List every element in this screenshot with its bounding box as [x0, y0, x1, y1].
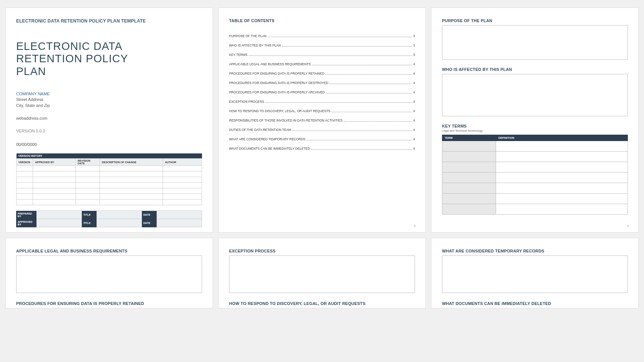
content-box — [16, 308, 202, 308]
version-label: VERSION 0.0.0 — [16, 129, 202, 133]
section-title: WHAT DOCUMENTS CAN BE IMMEDIATELY DELETE… — [442, 301, 628, 306]
toc-row: PROCEDURES FOR ENSURING DATA IS PROPERLY… — [229, 90, 415, 94]
toc-row: PROCEDURES FOR ENSURING DATA IS PROPERLY… — [229, 81, 415, 85]
toc-label: PROCEDURES FOR ENSURING DATA IS PROPERLY… — [229, 81, 328, 85]
date-label: 00/00/0000 — [16, 142, 202, 147]
content-box — [442, 25, 628, 60]
toc-dots — [344, 121, 412, 122]
page-number: 3 — [627, 224, 629, 228]
toc-page: 4 — [413, 90, 415, 94]
toc-dots — [306, 140, 412, 140]
table-of-contents: PURPOSE OF THE PLAN3WHO IS AFFECTED BY T… — [229, 34, 415, 150]
toc-page: 4 — [413, 72, 415, 75]
vh-header: AUTHOR — [163, 159, 202, 166]
toc-label: HOW TO RESPOND TO DISCOVERY, LEGAL, OR A… — [229, 109, 330, 113]
page-3: PURPOSE OF THE PLAN WHO IS AFFECTED BY T… — [431, 8, 639, 233]
toc-label: WHO IS AFFECTED BY THIS PLAN — [229, 44, 281, 47]
page-1: ELECTRONIC DATA RETENTION POLICY PLAN TE… — [5, 8, 213, 233]
title-label: TITLE — [81, 219, 97, 227]
title-label: TITLE — [81, 211, 97, 219]
toc-row: APPLICABLE LEGAL AND BUSINESS REQUIREMEN… — [229, 62, 415, 66]
toc-row: WHAT ARE CONSIDERED TEMPORARY RECORDS4 — [229, 137, 415, 141]
toc-row: DUTIES OF THE DATA RETENTION TEAM4 — [229, 128, 415, 132]
section-discovery: HOW TO RESPOND TO DISCOVERY, LEGAL, OR A… — [229, 301, 415, 308]
toc-dots — [249, 56, 412, 56]
section-title: WHAT ARE CONSIDERED TEMPORARY RECORDS — [442, 249, 628, 253]
web-address: webaddress.com — [16, 116, 202, 120]
content-box — [229, 255, 415, 293]
toc-dots — [332, 112, 412, 112]
content-box — [442, 74, 628, 116]
date-label: DATE — [142, 219, 157, 227]
toc-label: PROCEDURES FOR ENSURING DATA IS PROPERLY… — [229, 90, 325, 94]
toc-page: 4 — [413, 62, 415, 66]
toc-row: KEY TERMS3 — [229, 53, 415, 57]
toc-dots — [312, 65, 412, 65]
toc-label: PROCEDURES FOR ENSURING DATA IS PROPERLY… — [229, 72, 324, 75]
section-purpose: PURPOSE OF THE PLAN — [442, 18, 628, 60]
street-address: Street Address — [16, 97, 202, 102]
toc-dots — [268, 37, 412, 37]
section-temporary: WHAT ARE CONSIDERED TEMPORARY RECORDS — [442, 249, 628, 293]
page-4: APPLICABLE LEGAL AND BUSINESS REQUIREMEN… — [5, 238, 213, 308]
title-line: ELECTRONIC DATA — [16, 40, 202, 53]
toc-row: EXCEPTION PROCESS4 — [229, 100, 415, 104]
toc-label: PURPOSE OF THE PLAN — [229, 34, 267, 38]
approved-by-label: APPROVED BY — [16, 219, 36, 227]
toc-label: KEY TERMS — [229, 53, 247, 57]
toc-dots — [292, 131, 412, 131]
page-number: 2 — [414, 224, 416, 228]
toc-label: DUTIES OF THE DATA RETENTION TEAM — [229, 128, 291, 132]
vh-header: APPROVED BY — [33, 159, 76, 166]
version-history-title: VERSION HISTORY — [17, 153, 202, 159]
toc-page: 4 — [413, 81, 415, 85]
content-box — [442, 308, 628, 308]
toc-dots — [326, 93, 412, 93]
toc-dots — [329, 84, 412, 84]
key-terms-table: TERM DEFINITION — [442, 135, 628, 215]
toc-label: RESPONSIBILITIES OF THOSE INVOLVED IN DA… — [229, 119, 342, 122]
toc-row: PROCEDURES FOR ENSURING DATA IS PROPERLY… — [229, 72, 415, 75]
toc-row: RESPONSIBILITIES OF THOSE INVOLVED IN DA… — [229, 119, 415, 122]
toc-dots — [282, 46, 412, 47]
toc-page: 4 — [413, 100, 415, 104]
title-line: PLAN — [16, 65, 202, 78]
toc-page: 3 — [413, 53, 415, 57]
toc-dots — [265, 102, 412, 103]
toc-label: WHAT DOCUMENTS CAN BE IMMEDIATELY DELETE… — [229, 147, 310, 150]
section-subtitle: Legal and Technical Terminology — [442, 129, 628, 132]
document-title: ELECTRONIC DATA RETENTION POLICY PLAN — [16, 40, 202, 78]
template-header: ELECTRONIC DATA RETENTION POLICY PLAN TE… — [16, 18, 202, 24]
toc-row: WHO IS AFFECTED BY THIS PLAN3 — [229, 44, 415, 47]
vh-header: REVISION DATE — [76, 159, 100, 166]
section-affected: WHO IS AFFECTED BY THIS PLAN — [442, 67, 628, 116]
toc-label: WHAT ARE CONSIDERED TEMPORARY RECORDS — [229, 137, 305, 141]
section-title: HOW TO RESPOND TO DISCOVERY, LEGAL, OR A… — [229, 301, 415, 306]
content-box — [229, 308, 415, 308]
section-title: PROCEDURES FOR ENSURING DATA IS PROPERLY… — [16, 301, 202, 306]
toc-label: APPLICABLE LEGAL AND BUSINESS REQUIREMEN… — [229, 62, 311, 66]
toc-dots — [326, 74, 412, 75]
content-box — [16, 255, 202, 293]
section-title: EXCEPTION PROCESS — [229, 249, 415, 253]
company-name: COMPANY NAME — [16, 91, 202, 97]
prepared-by-label: PREPARED BY — [16, 211, 36, 219]
toc-page: 4 — [413, 147, 415, 150]
toc-dots — [311, 149, 412, 150]
section-deleted: WHAT DOCUMENTS CAN BE IMMEDIATELY DELETE… — [442, 301, 628, 308]
toc-page: 3 — [413, 34, 415, 38]
page-2: TABLE OF CONTENTS PURPOSE OF THE PLAN3WH… — [218, 8, 426, 233]
content-box — [442, 255, 628, 293]
toc-row: WHAT DOCUMENTS CAN BE IMMEDIATELY DELETE… — [229, 147, 415, 150]
vh-header: DESCRIPTION OF CHANGE — [100, 159, 163, 166]
title-line: RETENTION POLICY — [16, 53, 202, 65]
toc-row: HOW TO RESPOND TO DISCOVERY, LEGAL, OR A… — [229, 109, 415, 113]
section-legal-req: APPLICABLE LEGAL AND BUSINESS REQUIREMEN… — [16, 249, 202, 293]
version-history-table: VERSION HISTORY VERSION APPROVED BY REVI… — [16, 153, 202, 205]
signoff-table: PREPARED BY TITLE DATE APPROVED BY TITLE… — [16, 210, 202, 227]
page-5: EXCEPTION PROCESS HOW TO RESPOND TO DISC… — [218, 238, 426, 308]
section-retained: PROCEDURES FOR ENSURING DATA IS PROPERLY… — [16, 301, 202, 308]
toc-page: 3 — [413, 44, 415, 47]
toc-page: 4 — [413, 137, 415, 141]
toc-title: TABLE OF CONTENTS — [229, 18, 415, 23]
